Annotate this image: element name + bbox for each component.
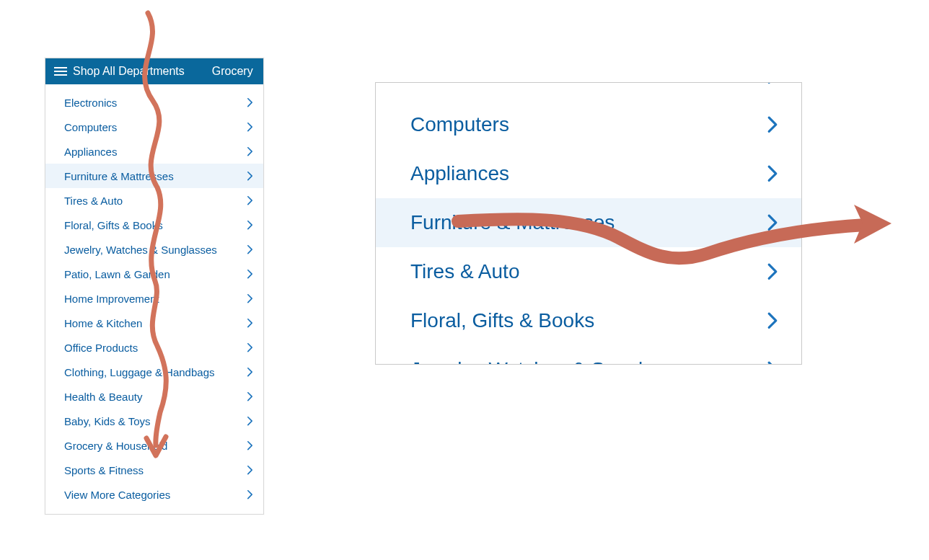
department-item-label: Electronics	[410, 82, 509, 87]
department-item-label: Tires & Auto	[64, 195, 123, 207]
department-item-zoom[interactable]: Floral, Gifts & Books	[376, 296, 801, 345]
chevron-right-icon	[767, 82, 778, 85]
departments-menu: Shop All Departments Grocery Electronics…	[45, 58, 264, 515]
chevron-right-icon	[247, 244, 253, 254]
chevron-right-icon	[247, 440, 253, 450]
department-item-zoom[interactable]: Tires & Auto	[376, 247, 801, 296]
chevron-right-icon	[247, 269, 253, 279]
department-item-label: Clothing, Luggage & Handbags	[64, 366, 215, 378]
department-item-label: Home Improvement	[64, 293, 159, 305]
department-item-label: Floral, Gifts & Books	[64, 219, 163, 231]
chevron-right-icon	[247, 171, 253, 181]
chevron-right-icon	[247, 195, 253, 205]
department-item-label: Office Products	[64, 342, 138, 354]
chevron-right-icon	[247, 97, 253, 107]
department-item-label: View More Categories	[64, 489, 170, 501]
chevron-right-icon	[767, 311, 778, 330]
department-item-label: Tires & Auto	[410, 260, 519, 283]
annotation-arrow-horizontal-head	[854, 205, 891, 244]
department-item-label: Furniture & Mattresses	[410, 211, 615, 234]
department-item[interactable]: Clothing, Luggage & Handbags	[45, 360, 263, 384]
department-item[interactable]: Appliances	[45, 139, 263, 164]
departments-menu-header[interactable]: Shop All Departments Grocery	[45, 58, 263, 84]
chevron-right-icon	[247, 489, 253, 499]
department-item-label: Sports & Fitness	[64, 464, 144, 476]
department-item-label: Health & Beauty	[64, 391, 142, 403]
chevron-right-icon	[247, 122, 253, 132]
chevron-right-icon	[247, 220, 253, 230]
department-item[interactable]: Baby, Kids & Toys	[45, 409, 263, 433]
department-item[interactable]: Jewelry, Watches & Sunglasses	[45, 237, 263, 262]
department-item-zoom[interactable]: Electronics	[376, 82, 801, 100]
department-item-label: Floral, Gifts & Books	[410, 309, 594, 332]
chevron-right-icon	[247, 293, 253, 303]
departments-list: ElectronicsComputersAppliancesFurniture …	[45, 84, 263, 514]
chevron-right-icon	[767, 360, 778, 365]
chevron-right-icon	[247, 391, 253, 401]
department-item-label: Baby, Kids & Toys	[64, 415, 151, 427]
department-item-zoom[interactable]: Appliances	[376, 149, 801, 198]
department-item-zoom[interactable]: Furniture & Mattresses	[376, 198, 801, 247]
departments-menu-zoom: ElectronicsComputersAppliancesFurniture …	[375, 82, 802, 365]
department-item[interactable]: Health & Beauty	[45, 384, 263, 409]
department-item[interactable]: Home Improvement	[45, 286, 263, 311]
department-item[interactable]: Home & Kitchen	[45, 311, 263, 335]
department-item[interactable]: Electronics	[45, 90, 263, 115]
hamburger-icon	[54, 66, 67, 76]
department-item-label: Computers	[410, 113, 509, 136]
department-item[interactable]: Office Products	[45, 335, 263, 360]
chevron-right-icon	[767, 262, 778, 281]
departments-menu-title: Shop All Departments	[73, 65, 185, 78]
chevron-right-icon	[247, 416, 253, 426]
department-item-label: Grocery & Household	[64, 440, 167, 452]
chevron-right-icon	[767, 115, 778, 134]
department-item[interactable]: Furniture & Mattresses	[45, 164, 263, 188]
department-item-zoom[interactable]: Jewelry, Watches & Sunglasses	[376, 345, 801, 365]
department-item[interactable]: Grocery & Household	[45, 433, 263, 458]
chevron-right-icon	[247, 342, 253, 352]
department-item[interactable]: View More Categories	[45, 482, 263, 507]
department-item-label: Appliances	[410, 162, 509, 185]
department-item[interactable]: Computers	[45, 115, 263, 139]
department-item[interactable]: Tires & Auto	[45, 188, 263, 213]
department-item-label: Computers	[64, 121, 117, 133]
department-item-label: Patio, Lawn & Garden	[64, 268, 170, 280]
department-item-label: Jewelry, Watches & Sunglasses	[64, 244, 217, 256]
department-item-zoom[interactable]: Computers	[376, 100, 801, 149]
chevron-right-icon	[247, 318, 253, 328]
department-item[interactable]: Floral, Gifts & Books	[45, 213, 263, 237]
department-item-label: Jewelry, Watches & Sunglasses	[410, 358, 695, 365]
chevron-right-icon	[247, 465, 253, 475]
chevron-right-icon	[767, 213, 778, 232]
chevron-right-icon	[247, 146, 253, 156]
departments-list-zoom: ElectronicsComputersAppliancesFurniture …	[376, 82, 801, 365]
chevron-right-icon	[767, 164, 778, 183]
department-item[interactable]: Sports & Fitness	[45, 458, 263, 482]
department-item-label: Appliances	[64, 146, 117, 158]
department-item-label: Electronics	[64, 97, 117, 109]
department-item-label: Home & Kitchen	[64, 317, 142, 329]
department-item-label: Furniture & Mattresses	[64, 170, 174, 182]
chevron-right-icon	[247, 367, 253, 377]
department-item[interactable]: Patio, Lawn & Garden	[45, 262, 263, 286]
header-secondary-link[interactable]: Grocery	[212, 65, 253, 78]
